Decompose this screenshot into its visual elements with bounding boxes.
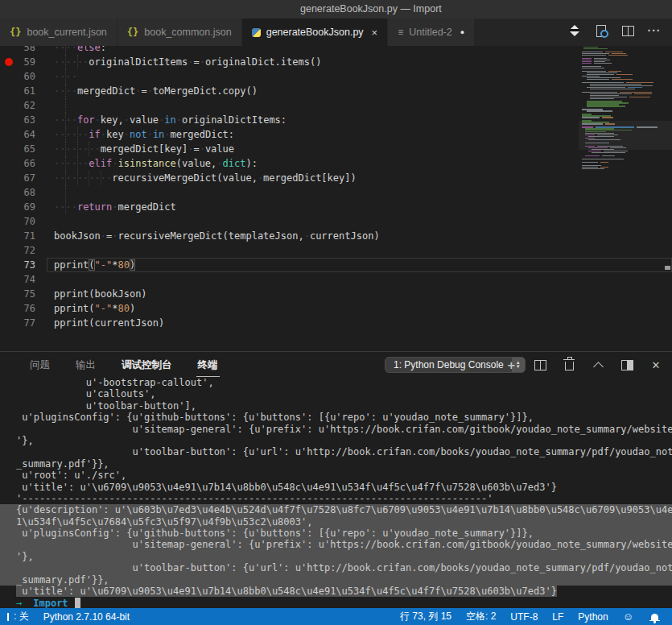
file-search-icon[interactable] [595,24,608,37]
run-code-icon[interactable] [568,24,581,37]
terminal-row[interactable]: u'toolbar-button': {u'url': u'http://boo… [0,562,672,573]
terminal-row[interactable]: u'pluginsConfig': {u'github-buttons': {u… [0,528,672,539]
status-python-version[interactable]: Python 2.7.10 64-bit [36,611,137,623]
feedback-smiley-icon[interactable]: ☺ [616,611,641,623]
line-number[interactable]: 70 [0,214,35,229]
code-line-63[interactable]: 63····for·key,·value·in·originalDictItem… [0,113,672,127]
line-number[interactable]: 62 [0,98,35,113]
minimap-row [582,168,664,169]
status-language[interactable]: Python [571,611,615,623]
line-number[interactable]: 61 [0,84,35,98]
more-actions-icon[interactable]: ··· [648,24,661,37]
terminal-row[interactable]: u'-bootstrap-callout', [0,377,672,388]
new-terminal-icon[interactable]: ＋ [505,358,517,371]
breakpoint-icon[interactable] [5,58,13,66]
terminal-row[interactable]: '}, [0,551,672,562]
panel-layout-icon[interactable] [620,358,633,371]
code-text: ······elif·isinstance(value,·dict): [54,156,258,171]
status-clipped-item[interactable]: : 关 [0,610,36,623]
line-number[interactable]: 76 [0,301,35,316]
code-text: ········mergedDict[key]·=·value [54,142,234,156]
status-indentation[interactable]: 空格: 2 [459,610,503,623]
code-line-68[interactable]: 68 [0,185,672,200]
terminal-row[interactable]: '---------------------------------------… [0,493,672,504]
code-line-69[interactable]: 69····return·mergedDict [0,200,672,214]
status-eol[interactable]: LF [545,611,571,623]
terminal-row[interactable]: {u'description': u'\u603b\u7ed3\u4e4b\u5… [0,504,672,515]
tab-label: Untitled-2 [409,27,452,38]
line-number[interactable]: 68 [0,185,35,200]
terminal-prompt[interactable]: →Import [0,597,672,608]
terminal-row[interactable]: u'toolbar-button'], [0,400,672,412]
line-number[interactable]: 71 [0,229,35,243]
status-encoding[interactable]: UTF-8 [503,611,545,623]
code-editor[interactable]: 58····else:59······originalDictItems·=·o… [0,46,672,351]
status-cursor-position[interactable]: 行 73, 列 15 [393,610,459,623]
terminal-output[interactable]: u'-bootstrap-callout', u'callouts', u'to… [0,377,672,608]
code-line-76[interactable]: 76pprint("-"*80) [0,301,672,316]
code-line-61[interactable]: 61····mergedDict·=·toMergeDict.copy() [0,84,672,98]
kill-terminal-icon[interactable] [563,358,575,371]
terminal-row[interactable]: 1\u534f\u4f5c\u7684\u5fc3\u5f97\u4f9b\u5… [0,516,672,528]
maximize-panel-icon[interactable] [592,358,604,371]
panel-tab-output[interactable]: 输出 [74,354,97,377]
tab-untitled-2[interactable]: ≡ Untitled-2 ● [388,19,475,46]
split-editor-icon[interactable] [621,24,634,37]
line-number[interactable]: 77 [0,316,35,330]
tab-book-common-json[interactable]: {} book_common.json [117,19,242,46]
panel-tab-problems[interactable]: 问题 [28,354,52,377]
close-panel-icon[interactable]: ✕ [649,358,662,371]
code-line-62[interactable]: 62 [0,98,672,113]
code-line-65[interactable]: 65········mergedDict[key]·=·value [0,142,672,156]
terminal-row[interactable]: u'pluginsConfig': {u'github-buttons': {u… [0,412,672,423]
code-line-74[interactable]: 74 [0,272,672,287]
code-text: pprint("-"*80) [54,258,135,272]
code-line-66[interactable]: 66······elif·isinstance(value,·dict): [0,156,672,171]
code-line-58[interactable]: 58····else: [0,46,672,55]
line-number[interactable]: 58 [0,46,35,55]
code-line-73[interactable]: 73pprint("-"*80) [0,258,672,272]
terminal-row[interactable]: u'toolbar-button': {u'url': u'http://boo… [0,446,672,457]
line-number[interactable]: 75 [0,287,35,301]
line-number[interactable]: 63 [0,113,35,127]
terminal-row[interactable]: '}, [0,435,672,446]
notifications-bell-icon[interactable] [641,614,669,620]
line-number[interactable]: 69 [0,200,35,214]
code-line-59[interactable]: 59······originalDictItems·=·originalDict… [0,55,672,69]
code-line-72[interactable]: 72 [0,243,672,258]
line-number[interactable]: 67 [0,171,35,185]
terminal-row[interactable]: u'root': u'./src', [0,470,672,481]
terminal-cursor [75,598,80,608]
tab-generatebookjson-py[interactable]: generateBookJson.py × [242,19,389,46]
terminal-row[interactable]: _summary.pdf'}}, [0,458,672,470]
line-number[interactable]: 64 [0,127,35,142]
line-number[interactable]: 73 [0,258,35,272]
minimap[interactable] [582,47,664,200]
line-number[interactable]: 72 [0,243,35,258]
line-number[interactable]: 74 [0,272,35,287]
terminal-row[interactable]: u'callouts', [0,388,672,399]
terminal-input-text[interactable]: Import [33,598,68,608]
terminal-row[interactable]: u'title': u'\u6709\u9053\u4e91\u7b14\u8b… [0,586,672,597]
bottom-panel: 问题 输出 调试控制台 终端 1: Python Debug Console ▲… [0,351,672,608]
panel-tab-debug-console[interactable]: 调试控制台 [120,354,174,377]
panel-tab-terminal[interactable]: 终端 [196,354,220,377]
terminal-row[interactable]: u'title': u'\u6709\u9053\u4e91\u7b14\u8b… [0,482,672,493]
code-line-64[interactable]: 64······if·key·not·in·mergedDict: [0,127,672,142]
split-terminal-icon[interactable] [534,358,546,371]
terminal-row[interactable]: u'sitemap-general': {u'prefix': u'https:… [0,539,672,550]
code-line-71[interactable]: 71bookJson·=·recursiveMergeDict(template… [0,229,672,243]
code-line-77[interactable]: 77pprint(currentJson) [0,316,672,330]
tab-book-current-json[interactable]: {} book_current.json [0,19,117,46]
code-line-67[interactable]: 67··········recursiveMergeDict(value,·me… [0,171,672,185]
list-file-icon: ≡ [398,27,403,38]
terminal-row[interactable]: _summary.pdf'}}, [0,574,672,586]
code-line-60[interactable]: 60···· [0,69,672,84]
code-line-70[interactable]: 70 [0,214,672,229]
line-number[interactable]: 60 [0,69,35,84]
terminal-row[interactable]: u'sitemap-general': {u'prefix': u'https:… [0,424,672,435]
line-number[interactable]: 65 [0,142,35,156]
close-tab-icon[interactable]: × [372,27,378,39]
code-line-75[interactable]: 75pprint(bookJson) [0,287,672,301]
line-number[interactable]: 66 [0,156,35,171]
